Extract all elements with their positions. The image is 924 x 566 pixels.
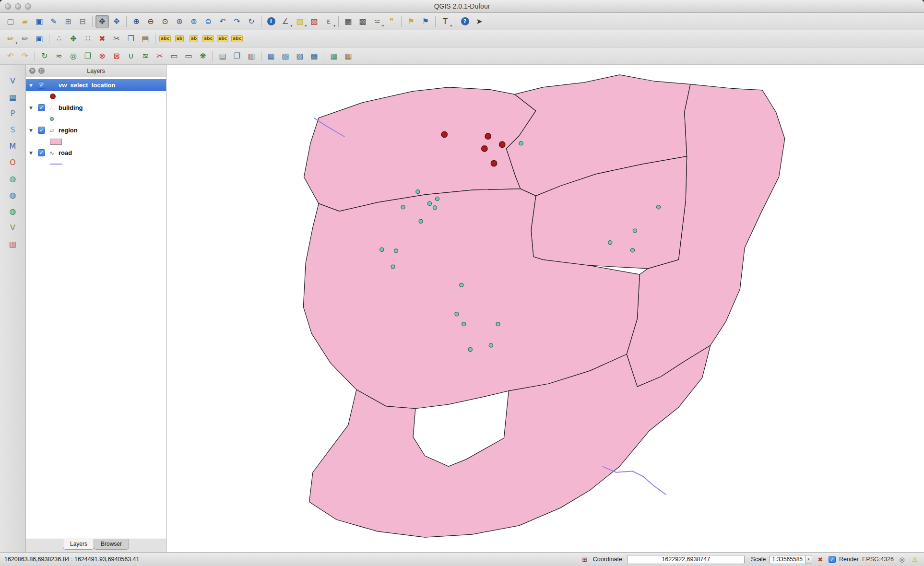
zoom-actual-size-button[interactable]: ⊙ bbox=[158, 15, 172, 28]
add-oracle-layer-button[interactable]: O bbox=[6, 156, 20, 169]
layer-item-vw_select_location[interactable]: ▼✓∴vw_select_location bbox=[26, 79, 166, 91]
add-part-button[interactable]: ❒ bbox=[81, 49, 95, 63]
rotate-label-button[interactable]: ab bbox=[187, 32, 201, 46]
change-label-properties-button[interactable]: abc bbox=[230, 32, 244, 46]
new-shapefile-layer-button[interactable]: V bbox=[6, 221, 20, 235]
new-print-composer-button[interactable]: ⊞ bbox=[61, 15, 75, 28]
select-features-button[interactable]: ▧▾ bbox=[293, 15, 307, 28]
new-bookmark-button[interactable]: ⚑ bbox=[404, 15, 418, 28]
intersect-tool-button[interactable]: ▨ bbox=[293, 49, 307, 63]
identify-features-button[interactable]: i bbox=[264, 15, 278, 28]
layer-item-building[interactable]: ▼✓∴building bbox=[26, 102, 166, 114]
add-ring-button[interactable]: ◎ bbox=[67, 49, 80, 63]
message-log-button[interactable]: ⚠ bbox=[910, 554, 920, 564]
expand-collapse-icon[interactable]: ▼ bbox=[29, 151, 35, 155]
zoom-to-layer-button[interactable]: ⊜ bbox=[201, 15, 215, 28]
save-project-as-button[interactable]: ✎ bbox=[47, 15, 60, 28]
zoom-last-button[interactable]: ↶ bbox=[216, 15, 229, 28]
field-calculator-button[interactable]: ▩ bbox=[356, 15, 369, 28]
coordinate-input[interactable] bbox=[627, 555, 745, 564]
select-by-location-button[interactable]: ▦ bbox=[264, 49, 278, 63]
refresh-map-button[interactable]: ↻ bbox=[245, 15, 258, 28]
zoom-in-button[interactable]: ⊕ bbox=[130, 15, 143, 28]
pan-to-selection-button[interactable]: ✥ bbox=[110, 15, 123, 28]
copy-style-button[interactable]: ❐ bbox=[230, 49, 244, 63]
current-edits-dropdown-arrow[interactable]: ▾ bbox=[15, 41, 17, 45]
feature-action-dropdown-arrow[interactable]: ▾ bbox=[333, 24, 335, 28]
measure-button[interactable]: ∠▾ bbox=[279, 15, 292, 28]
cut-features-button[interactable]: ✂ bbox=[110, 32, 123, 46]
feature-action-button[interactable]: ε▾ bbox=[322, 15, 335, 28]
map-canvas[interactable] bbox=[166, 65, 924, 552]
simplify-feature-button[interactable]: ≈ bbox=[52, 49, 66, 63]
add-wms-layer-button[interactable]: ◍ bbox=[6, 172, 20, 186]
rotate-feature-button[interactable]: ↻ bbox=[38, 49, 51, 63]
delete-ring-button[interactable]: ⊗ bbox=[95, 49, 109, 63]
expand-collapse-icon[interactable]: ▼ bbox=[29, 83, 35, 88]
float-panel-button[interactable]: ◻ bbox=[38, 68, 45, 74]
layer-labeling-options-button[interactable]: abc bbox=[158, 32, 172, 46]
delete-selected-button[interactable]: ✖ bbox=[95, 32, 109, 46]
crs-status-button[interactable]: ◎ bbox=[897, 554, 907, 564]
paste-features-button[interactable]: ▤ bbox=[139, 32, 152, 46]
toggle-extents-button[interactable]: ⊞ bbox=[580, 554, 590, 564]
add-mssql-layer-button[interactable]: M bbox=[6, 140, 20, 153]
union-tool-button[interactable]: ▩ bbox=[308, 49, 321, 63]
layer-item-road[interactable]: ▼✓∿road bbox=[26, 147, 166, 159]
layer-item-region[interactable]: ▼✓▱region bbox=[26, 124, 166, 136]
zoom-out-button[interactable]: ⊖ bbox=[144, 15, 157, 28]
add-feature-button[interactable]: ∴ bbox=[52, 32, 66, 46]
split-features-button[interactable]: ✂ bbox=[153, 49, 166, 63]
paste-features-as-button[interactable]: ▤ bbox=[216, 49, 229, 63]
add-spatialite-layer-button[interactable]: S bbox=[6, 123, 20, 137]
node-tool-button[interactable]: ∷ bbox=[81, 32, 95, 46]
current-edits-button[interactable]: ✏▾ bbox=[4, 32, 17, 46]
rotate-point-symbols-button[interactable]: ❋ bbox=[196, 49, 210, 63]
text-annotation-button[interactable]: T▾ bbox=[438, 15, 452, 28]
layer-visibility-checkbox[interactable]: ✓ bbox=[38, 104, 45, 111]
zoom-next-button[interactable]: ↷ bbox=[230, 15, 244, 28]
dissolve-tool-button[interactable]: ▦ bbox=[342, 49, 355, 63]
open-attribute-table-button[interactable]: ▦ bbox=[342, 15, 355, 28]
map-tips-button[interactable]: ❞ bbox=[385, 15, 398, 28]
add-wcs-layer-button[interactable]: ◍ bbox=[6, 189, 20, 202]
layer-visibility-checkbox[interactable]: ✓ bbox=[38, 127, 45, 134]
pan-map-button[interactable]: ✥ bbox=[95, 15, 109, 28]
expand-collapse-icon[interactable]: ▼ bbox=[29, 106, 35, 110]
measure-dropdown-arrow[interactable]: ▾ bbox=[290, 24, 292, 28]
measure-line-button[interactable]: ≍▾ bbox=[370, 15, 384, 28]
add-raster-layer-button[interactable]: ▦ bbox=[6, 91, 20, 104]
composer-manager-button[interactable]: ⊟ bbox=[76, 15, 89, 28]
crs-status[interactable]: EPSG:4326 bbox=[862, 556, 894, 563]
delete-part-button[interactable]: ⊠ bbox=[110, 49, 123, 63]
panel-tab-layers[interactable]: Layers bbox=[63, 539, 95, 550]
save-project-button[interactable]: ▣ bbox=[33, 15, 46, 28]
move-label-button[interactable]: ab bbox=[173, 32, 186, 46]
title-bar[interactable]: QGIS 2.0.1-Dufour bbox=[0, 0, 924, 13]
layer-visibility-checkbox[interactable]: ✓ bbox=[38, 149, 45, 156]
move-feature-button[interactable]: ✥ bbox=[67, 32, 80, 46]
deselect-features-button[interactable]: ▧ bbox=[308, 15, 321, 28]
add-vector-layer-button[interactable]: V bbox=[6, 74, 20, 88]
scale-dropdown-arrow[interactable]: ▾ bbox=[805, 555, 812, 564]
add-wfs-layer-button[interactable]: ◍ bbox=[6, 205, 20, 218]
toggle-editing-button[interactable]: ✏ bbox=[18, 32, 32, 46]
show-hide-labels-button[interactable]: abc bbox=[216, 32, 229, 46]
whats-this-button[interactable]: ➤ bbox=[473, 15, 486, 28]
text-annotation-dropdown-arrow[interactable]: ▾ bbox=[450, 24, 452, 28]
stop-rendering-button[interactable]: ✖ bbox=[816, 554, 825, 564]
spatial-query-button[interactable]: ▧ bbox=[279, 49, 292, 63]
show-bookmarks-button[interactable]: ⚑ bbox=[419, 15, 432, 28]
undo-button[interactable]: ↶ bbox=[4, 49, 17, 63]
zoom-full-button[interactable]: ⊛ bbox=[173, 15, 186, 28]
help-contents-button[interactable]: ? bbox=[458, 15, 472, 28]
reshape-features-button[interactable]: ∪ bbox=[124, 49, 138, 63]
layer-visibility-checkbox[interactable]: ✓ bbox=[38, 82, 45, 89]
copy-features-button[interactable]: ❐ bbox=[124, 32, 138, 46]
open-project-button[interactable]: ▰ bbox=[18, 15, 32, 28]
measure-line-dropdown-arrow[interactable]: ▾ bbox=[382, 24, 384, 28]
panel-tab-browser[interactable]: Browser bbox=[94, 539, 129, 550]
merge-features-button[interactable]: ▭ bbox=[167, 49, 181, 63]
paste-style-button[interactable]: ▥ bbox=[245, 49, 258, 63]
expand-collapse-icon[interactable]: ▼ bbox=[29, 128, 35, 133]
